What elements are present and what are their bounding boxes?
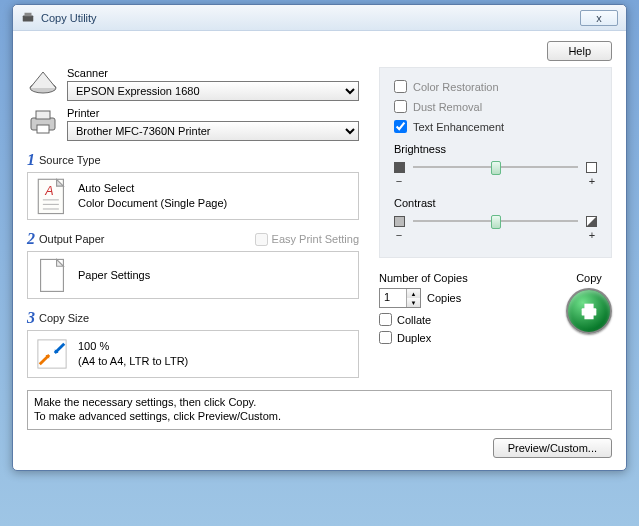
scanner-icon — [27, 67, 59, 97]
document-icon: A — [36, 179, 68, 213]
copy-line2: (A4 to A4, LTR to LTR) — [78, 354, 188, 369]
svg-rect-5 — [37, 125, 49, 133]
contrast-high-icon — [586, 216, 597, 227]
titlebar: Copy Utility x — [13, 5, 626, 31]
scanner-select[interactable]: EPSON Expression 1680 — [67, 81, 359, 101]
preview-custom-button[interactable]: Preview/Custom... — [493, 438, 612, 458]
contrast-label: Contrast — [394, 197, 597, 209]
source-type-box[interactable]: A Auto Select Color Document (Single Pag… — [27, 172, 359, 220]
brightness-dark-icon — [394, 162, 405, 173]
svg-rect-14 — [584, 304, 593, 310]
printer-icon — [27, 107, 59, 137]
print-icon — [578, 300, 600, 322]
window-title: Copy Utility — [41, 12, 580, 24]
copy-size-header: 3 Copy Size — [27, 309, 359, 327]
svg-text:A: A — [44, 184, 53, 198]
help-button[interactable]: Help — [547, 41, 612, 61]
printer-select[interactable]: Brother MFC-7360N Printer — [67, 121, 359, 141]
easy-print-checkbox[interactable] — [255, 233, 268, 246]
message-line2: To make advanced settings, click Preview… — [34, 409, 605, 423]
svg-rect-0 — [23, 15, 34, 21]
collate-check[interactable]: Collate — [379, 313, 550, 326]
color-restoration-check[interactable]: Color Restoration — [394, 80, 597, 93]
source-line1: Auto Select — [78, 181, 227, 196]
source-line2: Color Document (Single Page) — [78, 196, 227, 211]
copies-unit: Copies — [427, 292, 461, 304]
scanner-label: Scanner — [67, 67, 359, 79]
brightness-slider[interactable] — [394, 159, 597, 175]
contrast-slider[interactable] — [394, 213, 597, 229]
brightness-light-icon — [586, 162, 597, 173]
copy-line1: 100 % — [78, 339, 188, 354]
resize-icon — [36, 337, 68, 371]
close-button[interactable]: x — [580, 10, 618, 26]
text-enhancement-check[interactable]: Text Enhancement — [394, 120, 597, 133]
app-window: Copy Utility x Help Scanner EPSON Expres… — [12, 4, 627, 471]
dust-removal-check[interactable]: Dust Removal — [394, 100, 597, 113]
left-column: Scanner EPSON Expression 1680 Printer Br… — [27, 67, 359, 378]
message-box: Make the necessary settings, then click … — [27, 390, 612, 430]
message-line1: Make the necessary settings, then click … — [34, 395, 605, 409]
printer-label: Printer — [67, 107, 359, 119]
copies-input[interactable]: 1 ▲ ▼ — [379, 288, 421, 308]
copies-up[interactable]: ▲ — [407, 289, 420, 298]
copies-down[interactable]: ▼ — [407, 298, 420, 307]
easy-print-setting[interactable]: Easy Print Setting — [255, 233, 359, 246]
copy-size-box[interactable]: 100 % (A4 to A4, LTR to LTR) — [27, 330, 359, 378]
source-type-header: 1 Source Type — [27, 151, 359, 169]
duplex-check[interactable]: Duplex — [379, 331, 550, 344]
output-line1: Paper Settings — [78, 268, 150, 283]
contrast-low-icon — [394, 216, 405, 227]
svg-rect-4 — [36, 111, 50, 119]
enhancements-panel: Color Restoration Dust Removal Text Enha… — [379, 67, 612, 258]
copy-button[interactable] — [566, 288, 612, 334]
output-paper-box[interactable]: Paper Settings — [27, 251, 359, 299]
copy-button-label: Copy — [566, 272, 612, 284]
copies-label: Number of Copies — [379, 272, 550, 284]
svg-rect-1 — [25, 12, 32, 16]
output-paper-header: 2 Output Paper Easy Print Setting — [27, 230, 359, 248]
right-column: Color Restoration Dust Removal Text Enha… — [379, 67, 612, 378]
svg-rect-15 — [584, 314, 593, 320]
brightness-label: Brightness — [394, 143, 597, 155]
app-icon — [21, 11, 35, 25]
paper-icon — [36, 258, 68, 292]
